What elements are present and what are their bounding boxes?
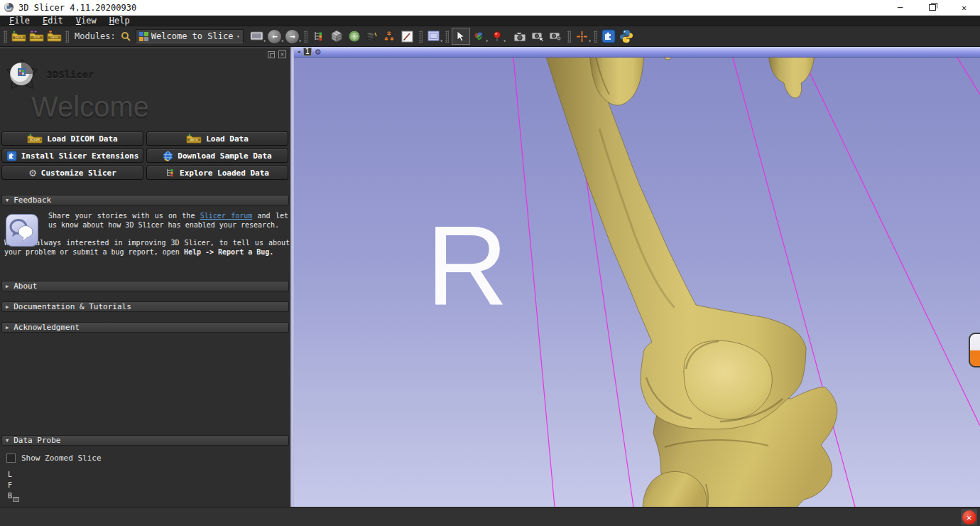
status-bar: ✕ bbox=[0, 507, 980, 526]
chevron-down-icon: ▾ bbox=[299, 38, 302, 44]
section-title: About bbox=[13, 281, 37, 291]
section-data-probe[interactable]: ▼ Data Probe bbox=[1, 435, 289, 446]
undock-panel-icon[interactable] bbox=[268, 51, 275, 58]
toolbar-grip[interactable] bbox=[445, 31, 449, 43]
maximize-icon bbox=[929, 4, 936, 11]
toolbar-grip[interactable] bbox=[419, 31, 423, 43]
slices-button[interactable] bbox=[364, 28, 381, 45]
section-feedback[interactable]: ▼ Feedback bbox=[1, 195, 289, 205]
expanded-arrow-icon: ▼ bbox=[6, 438, 9, 444]
load-data-button[interactable]: DATA Load Data bbox=[146, 132, 288, 146]
view-pin-icon[interactable]: ◄ bbox=[297, 49, 300, 55]
orientation-marker-r: R bbox=[426, 202, 508, 329]
close-button[interactable]: ✕ bbox=[948, 0, 980, 15]
view-controller-bar: ◄ 1 ⚙ bbox=[294, 47, 980, 58]
minimize-button[interactable]: ─ bbox=[884, 0, 916, 15]
toolbar-grip[interactable] bbox=[304, 31, 307, 43]
view-settings-gear-icon[interactable]: ⚙ bbox=[315, 48, 322, 56]
svg-text:SAVE: SAVE bbox=[50, 36, 58, 39]
show-zoomed-slice-checkbox[interactable] bbox=[6, 453, 16, 463]
view-area: ◄ 1 ⚙ bbox=[294, 47, 980, 507]
load-dicom-button[interactable]: DCM bbox=[28, 28, 45, 45]
expanded-arrow-icon: ▼ bbox=[6, 198, 9, 203]
download-sample-data-button[interactable]: Download Sample Data bbox=[146, 149, 288, 163]
markups-button[interactable] bbox=[381, 28, 398, 45]
modules-label: Modules: bbox=[75, 31, 116, 41]
camera-gear-icon bbox=[549, 31, 562, 42]
capture-screenshot-button[interactable] bbox=[512, 28, 529, 45]
gear-icon: ⚙ bbox=[28, 168, 37, 178]
menu-file[interactable]: File bbox=[3, 16, 36, 26]
crosshair-button[interactable]: ▾ bbox=[574, 28, 591, 45]
section-title: Feedback bbox=[13, 195, 51, 205]
place-fiber-button[interactable]: ▾ bbox=[471, 28, 488, 45]
layout-icon bbox=[250, 31, 263, 42]
chevron-down-icon: ▾ bbox=[236, 33, 240, 40]
slicer-forum-link[interactable]: Slicer forum bbox=[200, 212, 253, 220]
volume-rendering-button[interactable] bbox=[346, 28, 363, 45]
data-folder-icon: DATA bbox=[186, 134, 202, 144]
extensions-manager-button[interactable] bbox=[600, 28, 617, 45]
toolbar-grip[interactable] bbox=[65, 31, 69, 43]
load-data-button[interactable]: DATA bbox=[10, 28, 27, 45]
menu-edit[interactable]: Edit bbox=[36, 16, 70, 26]
module-search-button[interactable] bbox=[118, 28, 135, 45]
toolbar-grip[interactable] bbox=[4, 31, 7, 43]
module-selector[interactable]: Welcome to Slicer ▾ bbox=[136, 29, 244, 43]
button-label: Explore Loaded Data bbox=[180, 168, 269, 178]
capture-view-button[interactable] bbox=[530, 28, 547, 45]
toolbar-grip[interactable] bbox=[567, 31, 571, 43]
history-back-button[interactable]: ← ▾ bbox=[266, 28, 283, 45]
layout-selector-button[interactable]: ▾ bbox=[249, 28, 266, 45]
section-title: Data Probe bbox=[13, 436, 60, 445]
title-bar: 3D Slicer 4.11.20200930 ─ ✕ bbox=[0, 0, 980, 16]
close-panel-icon[interactable]: ✕ bbox=[278, 50, 286, 58]
capture-settings-button[interactable] bbox=[548, 28, 565, 45]
python-console-button[interactable] bbox=[618, 28, 635, 45]
collapsed-arrow-icon: ▶ bbox=[6, 284, 9, 289]
error-log-button[interactable]: ✕ bbox=[961, 509, 977, 525]
install-extensions-button[interactable]: Install Slicer Extensions bbox=[1, 149, 143, 163]
history-forward-button[interactable]: → ▾ bbox=[284, 28, 301, 45]
back-arrow-icon: ← bbox=[268, 30, 281, 43]
crosshair-icon bbox=[576, 31, 588, 43]
screen-capture-button[interactable]: ▾ bbox=[425, 28, 442, 45]
section-acknowledgment[interactable]: ▶ Acknowledgment bbox=[1, 322, 289, 333]
feedback-chat-icon bbox=[6, 214, 38, 247]
transforms-button[interactable] bbox=[399, 28, 416, 45]
probe-rows: L F B bbox=[8, 469, 290, 501]
maximize-button[interactable] bbox=[916, 0, 948, 15]
module-selector-value: Welcome to Slicer bbox=[151, 31, 234, 41]
customize-slicer-button[interactable]: ⚙ Customize Slicer bbox=[1, 166, 143, 180]
save-icon: SAVE bbox=[47, 31, 62, 42]
extensions-icon bbox=[6, 151, 17, 161]
pointer-tool-button[interactable] bbox=[452, 28, 470, 45]
fiducial-pin-icon bbox=[493, 31, 501, 42]
camera-cursor-icon bbox=[531, 31, 545, 42]
load-dicom-data-button[interactable]: DICOM Load DICOM Data bbox=[1, 132, 143, 146]
menu-view[interactable]: View bbox=[70, 16, 103, 26]
hierarchy-icon bbox=[165, 168, 175, 178]
section-documentation[interactable]: ▶ Documentation & Tutorials bbox=[1, 301, 289, 312]
place-fiducial-button[interactable]: ▾ bbox=[489, 28, 506, 45]
section-title: Acknowledgment bbox=[13, 323, 80, 332]
svg-text:DATA: DATA bbox=[190, 138, 198, 141]
app-icon bbox=[4, 2, 14, 13]
mouse-pointer-icon bbox=[456, 31, 465, 42]
save-button[interactable]: SAVE bbox=[45, 28, 62, 45]
explore-loaded-data-button[interactable]: Explore Loaded Data bbox=[146, 166, 288, 180]
collapsed-arrow-icon: ▶ bbox=[6, 325, 9, 331]
volumes-module-button[interactable] bbox=[328, 28, 345, 45]
feedback-content: Share your stories with us on the Slicer… bbox=[4, 211, 286, 274]
view-id-badge: 1 bbox=[303, 48, 312, 56]
data-probe-panel: ▼ Data Probe Show Zoomed Slice L F B bbox=[0, 435, 290, 501]
menu-help[interactable]: Help bbox=[103, 16, 136, 26]
button-label: Customize Slicer bbox=[41, 168, 116, 178]
subject-hierarchy-button[interactable] bbox=[310, 28, 327, 45]
3d-viewport[interactable]: R bbox=[294, 58, 980, 507]
toolbar-grip[interactable] bbox=[594, 31, 597, 43]
extensions-icon bbox=[601, 29, 616, 43]
view-slider-handle[interactable] bbox=[969, 333, 980, 367]
probe-row-b: B bbox=[8, 490, 290, 501]
section-about[interactable]: ▶ About bbox=[1, 281, 289, 291]
